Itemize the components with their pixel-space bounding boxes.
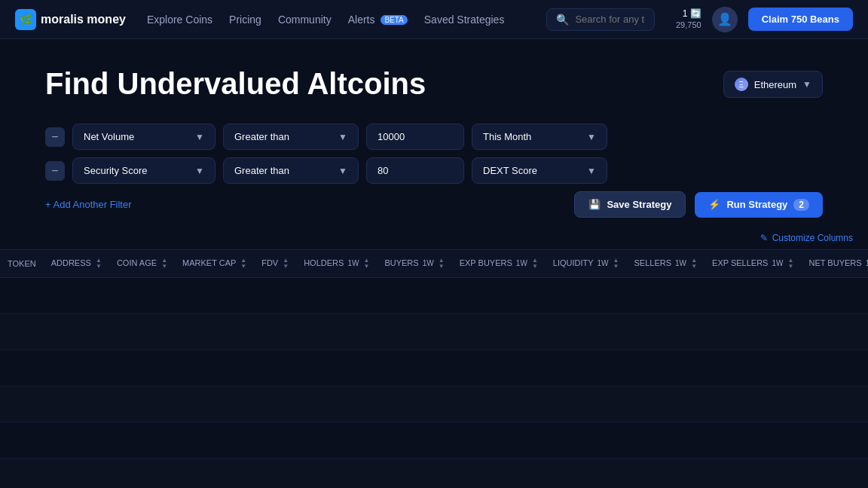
save-icon: 💾 — [588, 199, 601, 210]
nav-link-saved[interactable]: Saved Strategies — [424, 14, 505, 26]
data-table: TOKEN ADDRESS ▲▼ COIN AGE ▲▼ MARKET CAP … — [0, 249, 868, 488]
chevron-down-icon: ▼ — [338, 166, 347, 176]
filter-condition-2[interactable]: Greater than ▼ — [223, 157, 359, 184]
table-row — [0, 386, 868, 422]
logo-icon: 🌿 — [15, 9, 36, 30]
col-sellers[interactable]: SELLERS 1W ▲▼ — [626, 250, 704, 278]
chevron-down-icon: ▼ — [195, 166, 204, 176]
sort-arrows-market-cap: ▲▼ — [240, 258, 246, 270]
chevron-down-icon: ▼ — [338, 132, 347, 142]
table-row — [0, 278, 868, 314]
sort-arrows-exp-sellers: ▲▼ — [788, 258, 794, 270]
sort-arrows-buyers: ▲▼ — [439, 258, 445, 270]
col-market-cap[interactable]: MARKET CAP ▲▼ — [175, 250, 254, 278]
table-row — [0, 350, 868, 386]
col-coin-age[interactable]: COIN AGE ▲▼ — [109, 250, 175, 278]
table-row — [0, 422, 868, 459]
remove-filter-2-button[interactable]: − — [45, 161, 65, 181]
filter-field-1[interactable]: Net Volume ▼ — [72, 124, 215, 150]
avatar[interactable]: 👤 — [712, 7, 738, 32]
col-exp-sellers[interactable]: EXP SELLERS 1W ▲▼ — [704, 250, 801, 278]
col-holders[interactable]: HOLDERS 1W ▲▼ — [296, 250, 377, 278]
sort-arrows-sellers: ▲▼ — [691, 258, 697, 270]
search-icon: 🔍 — [556, 14, 569, 26]
filter-row-2: − Security Score ▼ Greater than ▼ DEXT S… — [45, 157, 823, 184]
chevron-down-icon: ▼ — [802, 79, 811, 90]
filter-row-1: − Net Volume ▼ Greater than ▼ This Month… — [45, 124, 823, 150]
customize-label: Customize Columns — [772, 233, 853, 243]
sort-arrows-liquidity: ▲▼ — [613, 258, 619, 270]
table-row — [0, 459, 868, 489]
filters-section: − Net Volume ▼ Greater than ▼ This Month… — [0, 116, 868, 233]
chain-label: Ethereum — [754, 79, 796, 90]
col-exp-buyers[interactable]: EXP BUYERS 1W ▲▼ — [452, 250, 546, 278]
chain-selector[interactable]: Ξ Ethereum ▼ — [723, 71, 823, 98]
remove-filter-1-button[interactable]: − — [45, 127, 65, 147]
run-icon: ⚡ — [708, 199, 720, 210]
filter-time-1[interactable]: This Month ▼ — [472, 124, 607, 150]
beans-points: 29,750 — [676, 20, 701, 30]
add-filter-button[interactable]: + Add Another Filter — [45, 194, 132, 215]
filter-value-2[interactable] — [366, 157, 464, 184]
search-input[interactable] — [575, 14, 645, 25]
add-filter-label: + Add Another Filter — [45, 199, 132, 210]
filter-field-2[interactable]: Security Score ▼ — [72, 157, 215, 184]
sort-arrows-address: ▲▼ — [96, 258, 102, 270]
customize-columns-button[interactable]: ✎ Customize Columns — [760, 233, 853, 243]
col-net-buyers[interactable]: NET BUYERS 1W ▲▼ — [802, 250, 869, 278]
col-liquidity[interactable]: LIQUIDITY 1W ▲▼ — [546, 250, 627, 278]
run-strategy-count: 2 — [793, 199, 809, 211]
nav-link-community[interactable]: Community — [278, 14, 332, 26]
sort-arrows-fdv: ▲▼ — [283, 258, 289, 270]
customize-row: ✎ Customize Columns — [0, 233, 868, 249]
col-fdv[interactable]: FDV ▲▼ — [254, 250, 296, 278]
sort-arrows-exp-buyers: ▲▼ — [532, 258, 538, 270]
navbar: 🌿 moralis money Explore Coins Pricing Co… — [0, 0, 868, 39]
nav-links: Explore Coins Pricing Community Alerts B… — [147, 14, 504, 26]
chevron-down-icon: ▼ — [587, 166, 596, 176]
results-table: TOKEN ADDRESS ▲▼ COIN AGE ▲▼ MARKET CAP … — [0, 250, 868, 488]
filter-condition-1[interactable]: Greater than ▼ — [223, 124, 359, 150]
alerts-badge: BETA — [381, 15, 407, 25]
col-buyers[interactable]: BUYERS 1W ▲▼ — [377, 250, 451, 278]
col-address[interactable]: ADDRESS ▲▼ — [44, 250, 109, 278]
chevron-down-icon: ▼ — [195, 132, 204, 142]
sort-arrows-coin-age: ▲▼ — [161, 258, 167, 270]
nav-link-explore[interactable]: Explore Coins — [147, 14, 212, 26]
table-header: TOKEN ADDRESS ▲▼ COIN AGE ▲▼ MARKET CAP … — [0, 250, 868, 278]
filter-value-1[interactable] — [366, 124, 464, 150]
search-bar[interactable]: 🔍 — [546, 8, 655, 31]
filter-time-2[interactable]: DEXT Score ▼ — [472, 157, 607, 184]
nav-right: 1 🔄 29,750 👤 Claim 750 Beans — [676, 7, 853, 32]
save-strategy-button[interactable]: 💾 Save Strategy — [574, 191, 686, 218]
page-title: Find Undervalued Altcoins — [45, 66, 426, 101]
sort-arrows-holders: ▲▼ — [363, 258, 369, 270]
customize-icon: ✎ — [760, 233, 768, 243]
hero-section: Find Undervalued Altcoins Ξ Ethereum ▼ — [0, 39, 868, 116]
nav-link-alerts[interactable]: Alerts BETA — [348, 14, 408, 26]
logo-text: moralis money — [41, 13, 126, 26]
nav-beans: 1 🔄 29,750 — [676, 8, 701, 31]
claim-button[interactable]: Claim 750 Beans — [748, 8, 853, 31]
col-token[interactable]: TOKEN — [0, 250, 44, 278]
table-row — [0, 314, 868, 350]
eth-icon: Ξ — [735, 78, 748, 91]
nav-link-pricing[interactable]: Pricing — [229, 14, 261, 26]
logo[interactable]: 🌿 moralis money — [15, 9, 126, 30]
chevron-down-icon: ▼ — [587, 132, 596, 142]
beans-count: 1 🔄 — [683, 8, 701, 20]
run-strategy-button[interactable]: ⚡ Run Strategy 2 — [695, 192, 823, 218]
